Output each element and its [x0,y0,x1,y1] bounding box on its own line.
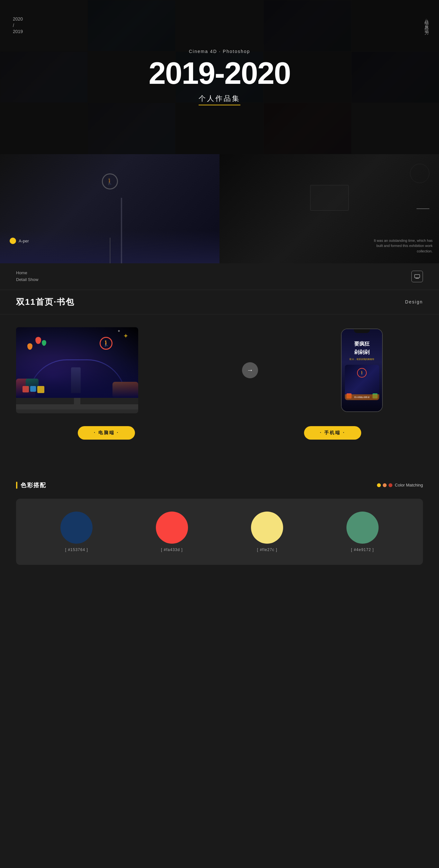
monitor-base [28,409,126,413]
hero-content: Cinema 4D · Photoshop 2019-2020 个人作品集 [148,49,290,105]
color-bar-accent [16,482,17,489]
dot-red [388,483,392,487]
next-arrow-button[interactable]: → [242,362,258,378]
phone-subtitle: 双11，请原谅我的购物车 [344,358,380,361]
phone-content: 要疯狂 剁剁剁 双11，请原谅我的购物车 [342,336,382,365]
hero-section: 2020 / 2019 总结·反思·动力 Cinema 4D · Photosh… [0,0,439,154]
breadcrumb-home[interactable]: Home [16,270,38,277]
desktop-preview: 🚶 ✦ [16,327,199,413]
svg-rect-0 [415,275,420,278]
extra-section [0,578,439,642]
color-code-yellow: [ #fle27c ] [257,548,277,552]
page-title: 双11首页·书包 [16,297,75,308]
hero-year-right: 总结·反思·动力 [423,16,429,29]
phone-bottom-bar-text: 双11请确认领取省 [345,394,379,400]
hero-title: 2019-2020 [148,58,290,89]
a-per-text: A-per [19,239,29,243]
phone-frame: 要疯狂 剁剁剁 双11，请原谅我的购物车 🚶 双11请确认领取省 [341,329,383,412]
a-per-label: A-per [10,238,29,244]
color-swatch-blue: [ #153764 ] [60,512,93,552]
wide-left-panel: 🚶 A-per [0,154,220,263]
color-dots-header [377,483,392,487]
breadcrumb-detail[interactable]: Detail Show [16,277,38,283]
color-code-green: [ #4e9172 ] [351,548,374,552]
color-swatch-yellow: [ #fle27c ] [251,512,283,552]
monitor-screen: 🚶 ✦ [16,327,138,398]
color-circle-green [346,512,379,544]
a-per-dot [10,238,16,244]
vertical-divider-line [110,238,110,263]
dot-orange [383,483,387,487]
phone-main-text-2: 剁剁剁 [344,349,380,356]
color-palette: [ #153764 ] [ #fa433d ] [ #fle27c ] [ #4… [16,499,423,565]
color-swatch-red: [ #fa433d ] [156,512,188,552]
monitor-icon-button[interactable] [411,271,423,282]
screen-decoration: 🚶 ✦ [16,327,138,398]
page-title-row: 双11首页·书包 Design [0,290,439,314]
color-title-right: Color Matching [377,483,423,488]
wide-image-section: 🚶 A-per It was an [0,154,439,263]
color-swatch-green: [ #4e9172 ] [346,512,379,552]
phone-main-text-1: 要疯狂 [344,341,380,347]
monitor-stand [16,398,138,404]
color-title-cn: 色彩搭配 [21,482,46,489]
wide-right-panel: It was an outstanding time, which has bu… [220,154,439,263]
design-badge: Design [405,299,423,304]
hero-subtitle: Cinema 4D · Photoshop [148,49,290,54]
color-code-red: [ #fa433d ] [161,548,183,552]
side-caption-text: It was an outstanding time, which has bu… [368,238,433,254]
color-circle-red [156,512,188,544]
color-code-blue: [ #153764 ] [65,548,88,552]
dot-yellow [377,483,381,487]
color-section: 色彩搭配 Color Matching [ #153764 ] [ #fa433… [0,472,439,578]
phone-preview: 要疯狂 剁剁剁 双11，请原谅我的购物车 🚶 双11请确认领取省 [301,329,423,412]
color-section-header: 色彩搭配 Color Matching [16,482,423,489]
color-title-en: Color Matching [395,483,423,488]
phone-screen: 要疯狂 剁剁剁 双11，请原谅我的购物车 🚶 双11请确认领取省 [342,329,382,411]
color-circle-blue [60,512,93,544]
monitor-foot [16,404,138,409]
nav-section: Home Detail Show [0,263,439,290]
fireworks-icon: ✦ [123,332,128,340]
phone-scene: 🚶 双11请确认领取省 [345,365,379,400]
desktop-button[interactable]: · 电脑端 · [78,426,135,440]
color-circle-yellow [251,512,283,544]
phone-button[interactable]: · 手机端 · [304,426,361,440]
hero-year-left: 2020 / 2019 [13,16,23,35]
hero-description: 个人作品集 [199,94,240,105]
fireworks-icon-2: ✦ [117,329,120,333]
street-sign: 🚶 [99,337,113,350]
desktop-button-spacer: · 电脑端 · [26,426,181,440]
breadcrumb: Home Detail Show [16,270,38,283]
buttons-row: · 电脑端 · · 手机端 · [16,426,423,440]
monitor-frame: 🚶 ✦ [16,327,138,413]
phone-notch [354,329,370,333]
balloon-green [42,340,46,346]
shopping-items [23,386,45,393]
phone-button-spacer: · 手机端 · [258,426,413,440]
side-divider [416,209,429,209]
color-title-left: 色彩搭配 [16,482,46,489]
preview-row: 🚶 ✦ [16,327,423,413]
content-section: 🚶 ✦ [0,314,439,472]
character-figure [71,367,81,393]
